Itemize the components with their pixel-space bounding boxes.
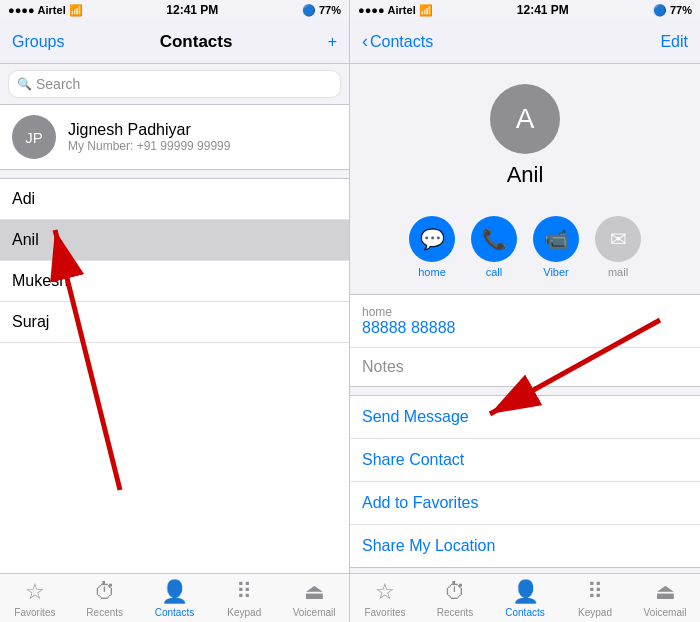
- share-location-row[interactable]: Share My Location: [350, 525, 700, 567]
- right-status-time: 12:41 PM: [517, 3, 569, 17]
- phone-label: home: [362, 305, 688, 319]
- left-panel: ●●●● Airtel 📶 12:41 PM 🔵 77% Groups Cont…: [0, 0, 350, 622]
- action-viber[interactable]: 📹 Viber: [533, 216, 579, 278]
- search-placeholder: Search: [36, 76, 80, 92]
- chevron-left-icon: ‹: [362, 31, 368, 52]
- contact-suraj[interactable]: Suraj: [0, 302, 349, 343]
- tab-recents-label: Recents: [86, 607, 123, 618]
- my-card-name: Jignesh Padhiyar: [68, 121, 230, 139]
- add-contact-button[interactable]: +: [328, 33, 337, 51]
- search-bar[interactable]: 🔍 Search: [8, 70, 341, 98]
- tab-voicemail-label: Voicemail: [293, 607, 336, 618]
- tab-keypad-label: Keypad: [227, 607, 261, 618]
- viber-circle: 📹: [533, 216, 579, 262]
- contacts-icon: 👤: [161, 579, 188, 605]
- contact-name: Anil: [12, 231, 39, 249]
- my-card-item[interactable]: JP Jignesh Padhiyar My Number: +91 99999…: [0, 105, 349, 169]
- call-circle: 📞: [471, 216, 517, 262]
- action-mail-label: mail: [608, 266, 628, 278]
- contact-detail-name: Anil: [507, 162, 544, 188]
- signal-dots: ●●●●: [8, 4, 35, 16]
- contact-adi[interactable]: Adi: [0, 179, 349, 220]
- send-message-label: Send Message: [362, 408, 469, 425]
- right-contacts-icon: 👤: [512, 579, 539, 605]
- contact-name: Adi: [12, 190, 35, 208]
- viber-icon: 📹: [544, 227, 569, 251]
- tab-favorites[interactable]: ☆ Favorites: [0, 579, 70, 618]
- right-tab-favorites-label: Favorites: [364, 607, 405, 618]
- contact-large-avatar: A: [490, 84, 560, 154]
- action-call[interactable]: 📞 call: [471, 216, 517, 278]
- action-section: Send Message Share Contact Add to Favori…: [350, 395, 700, 568]
- right-nav-bar: ‹ Contacts Edit: [350, 20, 700, 64]
- my-card-section: JP Jignesh Padhiyar My Number: +91 99999…: [0, 104, 349, 170]
- send-message-row[interactable]: Send Message: [350, 396, 700, 439]
- right-status-carrier: ●●●● Airtel 📶: [358, 4, 433, 17]
- add-favorites-row[interactable]: Add to Favorites: [350, 482, 700, 525]
- action-home-message[interactable]: 💬 home: [409, 216, 455, 278]
- right-keypad-icon: ⠿: [587, 579, 603, 605]
- right-favorites-icon: ☆: [375, 579, 395, 605]
- right-tab-contacts-label: Contacts: [505, 607, 544, 618]
- carrier-name: Airtel: [388, 4, 416, 16]
- add-favorites-label: Add to Favorites: [362, 494, 479, 511]
- share-contact-row[interactable]: Share Contact: [350, 439, 700, 482]
- contact-header-section: A Anil: [350, 64, 700, 204]
- right-tab-contacts[interactable]: 👤 Contacts: [490, 579, 560, 618]
- my-card-avatar: JP: [12, 115, 56, 159]
- right-tab-voicemail-label: Voicemail: [644, 607, 687, 618]
- mail-circle: ✉: [595, 216, 641, 262]
- tab-recents[interactable]: ⏱ Recents: [70, 579, 140, 618]
- wifi-icon: 📶: [69, 4, 83, 17]
- left-nav-bar: Groups Contacts +: [0, 20, 349, 64]
- contact-detail-content: A Anil 💬 home 📞 call: [350, 64, 700, 573]
- action-mail[interactable]: ✉ mail: [595, 216, 641, 278]
- right-tab-bar: ☆ Favorites ⏱ Recents 👤 Contacts ⠿ Keypa…: [350, 573, 700, 622]
- bluetooth-icon: 🔵: [653, 4, 667, 17]
- action-viber-label: Viber: [543, 266, 568, 278]
- my-card-info: Jignesh Padhiyar My Number: +91 99999 99…: [68, 121, 230, 153]
- tab-contacts[interactable]: 👤 Contacts: [140, 579, 210, 618]
- contact-mukesh[interactable]: Mukesh: [0, 261, 349, 302]
- battery-percent: 77%: [670, 4, 692, 16]
- right-recents-icon: ⏱: [444, 579, 466, 605]
- mail-icon: ✉: [610, 227, 627, 251]
- right-tab-keypad-label: Keypad: [578, 607, 612, 618]
- bluetooth-icon: 🔵: [302, 4, 316, 17]
- share-location-label: Share My Location: [362, 537, 495, 554]
- right-tab-voicemail[interactable]: ⏏ Voicemail: [630, 579, 700, 618]
- action-home-label: home: [418, 266, 446, 278]
- action-buttons-row: 💬 home 📞 call 📹 Viber: [350, 204, 700, 294]
- tab-favorites-label: Favorites: [14, 607, 55, 618]
- notes-placeholder[interactable]: Notes: [362, 358, 688, 376]
- info-section: home 88888 88888 Notes: [350, 294, 700, 387]
- message-icon: 💬: [420, 227, 445, 251]
- back-button[interactable]: ‹ Contacts: [362, 31, 433, 52]
- phone-value[interactable]: 88888 88888: [362, 319, 688, 337]
- contacts-list: Adi Anil Mukesh Suraj: [0, 178, 349, 573]
- groups-button[interactable]: Groups: [12, 33, 64, 51]
- tab-keypad[interactable]: ⠿ Keypad: [209, 579, 279, 618]
- wifi-icon: 📶: [419, 4, 433, 17]
- left-status-carrier: ●●●● Airtel 📶: [8, 4, 83, 17]
- right-tab-favorites[interactable]: ☆ Favorites: [350, 579, 420, 618]
- left-status-right: 🔵 77%: [302, 4, 341, 17]
- right-tab-keypad[interactable]: ⠿ Keypad: [560, 579, 630, 618]
- right-status-right: 🔵 77%: [653, 4, 692, 17]
- notes-row: Notes: [350, 348, 700, 386]
- contact-name: Mukesh: [12, 272, 68, 290]
- right-voicemail-icon: ⏏: [655, 579, 676, 605]
- right-tab-recents[interactable]: ⏱ Recents: [420, 579, 490, 618]
- action-call-label: call: [486, 266, 503, 278]
- voicemail-icon: ⏏: [304, 579, 325, 605]
- phone-row: home 88888 88888: [350, 295, 700, 348]
- contacts-title: Contacts: [160, 32, 233, 52]
- search-icon: 🔍: [17, 77, 32, 91]
- left-tab-bar: ☆ Favorites ⏱ Recents 👤 Contacts ⠿ Keypa…: [0, 573, 349, 622]
- edit-button[interactable]: Edit: [660, 33, 688, 51]
- contact-anil[interactable]: Anil: [0, 220, 349, 261]
- contact-name: Suraj: [12, 313, 49, 331]
- tab-voicemail[interactable]: ⏏ Voicemail: [279, 579, 349, 618]
- right-tab-recents-label: Recents: [437, 607, 474, 618]
- search-bar-container: 🔍 Search: [0, 64, 349, 104]
